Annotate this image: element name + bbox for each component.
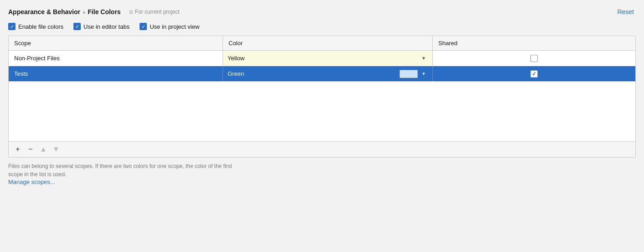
shared-cell-non-project[interactable]: [433, 51, 635, 66]
shared-checkbox-non-project[interactable]: [530, 55, 538, 62]
empty-table-area: [9, 82, 635, 141]
breadcrumb-current: File Colors: [88, 8, 120, 16]
reset-button[interactable]: Reset: [615, 7, 636, 16]
use-in-project-view-checkbox[interactable]: ✓ Use in project view: [140, 23, 199, 30]
scope-name-tests: Tests: [14, 70, 28, 77]
breadcrumb: Appearance & Behavior › File Colors: [8, 8, 121, 16]
checkboxes-row: ✓ Enable file colors ✓ Use in editor tab…: [8, 23, 636, 30]
breadcrumb-parent: Appearance & Behavior: [8, 8, 80, 16]
table-row[interactable]: Non-Project Files Yellow ▼: [9, 51, 635, 66]
use-in-editor-tabs-checkbox[interactable]: ✓ Use in editor tabs: [73, 23, 130, 30]
col-shared: Shared: [433, 36, 635, 50]
add-row-button[interactable]: +: [12, 144, 23, 154]
header: Appearance & Behavior › File Colors ⊞ Fo…: [8, 7, 636, 16]
manage-scopes-link[interactable]: Manage scopes...: [8, 178, 55, 185]
color-cell-tests[interactable]: Green ▼: [223, 66, 433, 81]
shared-cell-tests[interactable]: ✓: [433, 66, 635, 81]
dropdown-arrow-non-project[interactable]: ▼: [421, 56, 428, 61]
col-scope: Scope: [9, 36, 223, 50]
table-header: Scope Color Shared: [9, 36, 635, 51]
table-row[interactable]: Tests Green ▼ ✓: [9, 66, 635, 82]
enable-file-colors-checkbox[interactable]: ✓ Enable file colors: [8, 23, 63, 30]
scope-name-non-project: Non-Project Files: [14, 55, 60, 62]
use-in-project-view-label: Use in project view: [150, 23, 199, 30]
col-color: Color: [223, 36, 433, 50]
use-in-project-view-checkbox-box: ✓: [140, 23, 147, 30]
use-in-editor-tabs-checkbox-box: ✓: [73, 23, 81, 30]
file-colors-table: Scope Color Shared Non-Project Files Yel…: [8, 36, 636, 158]
color-value-non-project: Yellow: [228, 55, 418, 62]
enable-file-colors-label: Enable file colors: [18, 23, 63, 30]
table-toolbar: + − ▲ ▼: [9, 141, 635, 157]
help-text: Files can belong to several scopes. If t…: [8, 162, 236, 178]
color-cell-non-project[interactable]: Yellow ▼: [223, 51, 433, 66]
color-swatch-tests: [400, 70, 418, 78]
project-icon: ⊞: [129, 9, 133, 15]
color-value-tests: Green: [228, 70, 396, 77]
enable-file-colors-checkbox-box: ✓: [8, 23, 16, 30]
breadcrumb-separator: ›: [83, 9, 85, 16]
remove-row-button[interactable]: −: [25, 144, 36, 154]
scope-cell-tests: Tests: [9, 66, 223, 81]
move-down-button[interactable]: ▼: [51, 144, 62, 154]
shared-checkbox-tests[interactable]: ✓: [530, 70, 538, 78]
scope-cell-non-project: Non-Project Files: [9, 51, 223, 66]
for-project-label: ⊞ For current project: [129, 9, 180, 15]
move-up-button[interactable]: ▲: [38, 144, 49, 154]
use-in-editor-tabs-label: Use in editor tabs: [83, 23, 130, 30]
dropdown-arrow-tests[interactable]: ▼: [421, 71, 428, 76]
